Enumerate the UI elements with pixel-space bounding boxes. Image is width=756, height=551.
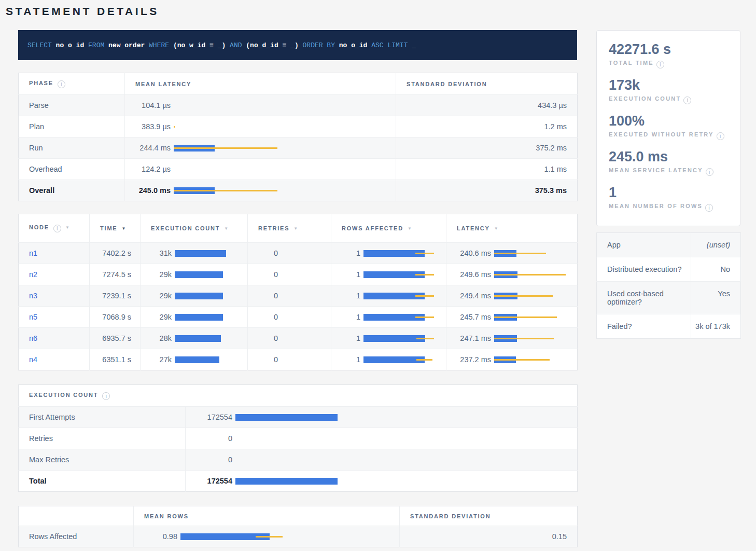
latency-bar	[494, 314, 577, 321]
latency-cell: 249.6 ms	[446, 264, 577, 285]
mean-latency: 244.4 ms	[125, 137, 396, 159]
property-label: Used cost-based optimizer?	[597, 282, 691, 314]
latency: 245.7 ms	[446, 307, 578, 328]
node-column-header[interactable]: NODEi▼	[19, 214, 90, 243]
stddev-bar	[494, 338, 554, 339]
phase-name: Parse	[19, 95, 125, 116]
phase-row: Run244.4 ms375.2 ms	[19, 137, 578, 159]
mean-latency-value: 124.2 µs	[127, 165, 171, 173]
info-icon[interactable]: i	[706, 168, 713, 176]
retries-value: 0	[248, 307, 331, 328]
execution-count-value: 0	[186, 428, 578, 449]
sql-token-kw: LIMIT	[387, 42, 412, 49]
execution-count-value: 172554	[186, 471, 578, 492]
latency: 240.6 ms	[446, 243, 578, 264]
mean-bar	[175, 271, 223, 278]
sort-arrow-icon: ▼	[65, 225, 71, 230]
info-icon[interactable]: i	[102, 392, 110, 400]
execution-count-value: 172554	[186, 407, 578, 428]
node-cell: n5	[19, 307, 90, 328]
rows-affected-value: 1	[333, 334, 360, 342]
stat-execution-count: 173k EXECUTION COUNTi	[609, 77, 730, 104]
mean-bar	[175, 335, 221, 342]
info-icon[interactable]: i	[717, 132, 724, 140]
stddev-bar	[416, 359, 432, 361]
mean-bar	[175, 293, 223, 299]
rows-affected: 1	[331, 285, 446, 307]
retries-count: 0	[250, 270, 278, 279]
execution-count-cell: 29k	[141, 264, 247, 285]
info-icon[interactable]: i	[656, 61, 664, 68]
sql-token-kw: ORDER BY	[303, 42, 339, 49]
execution-count-value: 0	[188, 434, 232, 443]
latency: 249.6 ms	[446, 264, 578, 285]
execution-count-bar	[235, 435, 577, 442]
execution-count-label: First Attempts	[19, 407, 186, 428]
mean-latency-value: 104.1 µs	[127, 101, 171, 109]
node-row: n57068.9 s29k01245.7 ms	[19, 307, 578, 328]
info-icon[interactable]: i	[683, 97, 691, 104]
mean-latency-bar	[174, 123, 396, 130]
mean-rows: 0.98	[134, 526, 400, 547]
latency: 247.1 ms	[446, 328, 578, 349]
execution-count-value: 31k	[143, 249, 172, 257]
node-link[interactable]: n1	[29, 249, 37, 257]
execution-count-value: 29k	[143, 270, 172, 279]
summary-stats-card: 42271.6 s TOTAL TIMEi 173k EXECUTION COU…	[596, 30, 740, 226]
rows-affected-value: 1	[333, 355, 360, 364]
retries-column-header[interactable]: RETRIES▼	[248, 214, 331, 243]
retries-value: 0	[248, 243, 331, 264]
node-link[interactable]: n5	[29, 313, 37, 321]
rows-affected-bar	[363, 250, 446, 257]
latency-column-header[interactable]: LATENCY▼	[446, 214, 578, 243]
rows-affected-label: Rows Affected	[19, 526, 134, 547]
mean-bar	[235, 414, 338, 421]
property-label: Distributed execution?	[597, 257, 691, 282]
mean-rows-value: 0.98	[136, 532, 177, 541]
standard-deviation-column-header: STANDARD DEVIATION	[400, 506, 578, 526]
execution-count-value: 29k	[143, 292, 172, 300]
node-link[interactable]: n4	[29, 355, 37, 364]
node-link[interactable]: n2	[29, 270, 37, 279]
stddev-bar	[415, 253, 434, 254]
sql-token-kw: AND	[230, 42, 246, 49]
rows-affected-cell: 1	[331, 264, 446, 285]
properties-table: App (unset) Distributed execution? No Us…	[596, 232, 741, 339]
execution-count-cell: 0	[186, 449, 577, 470]
execution-count-table: EXECUTION COUNTi First Attempts172554Ret…	[18, 384, 578, 492]
stddev-bar	[494, 253, 546, 254]
sort-arrow-icon: ▼	[121, 226, 127, 231]
mean-latency-value: 383.9 µs	[127, 122, 171, 131]
sql-token-kw: WHERE	[149, 42, 173, 49]
info-icon[interactable]: i	[58, 80, 65, 88]
latency-bar	[494, 335, 577, 342]
execution-count-bar	[235, 457, 577, 463]
info-icon[interactable]: i	[705, 204, 713, 212]
node-row: n37239.1 s29k01249.4 ms	[19, 285, 578, 307]
execution-count-column-header[interactable]: EXECUTION COUNT▼	[141, 214, 248, 243]
mean-latency: 245.0 ms	[125, 180, 396, 201]
rows-affected-value: 1	[333, 270, 360, 279]
sort-arrow-icon: ▼	[293, 226, 299, 231]
retries-value: 0	[248, 285, 331, 307]
node-link[interactable]: n3	[29, 292, 37, 300]
rows-affected-column-header[interactable]: ROWS AFFECTED▼	[331, 214, 446, 243]
latency-bar	[494, 271, 577, 278]
mean-bar	[235, 478, 338, 485]
latency-cell: 237.2 ms	[446, 349, 577, 370]
retries-value: 0	[248, 264, 331, 285]
stddev-bar	[174, 126, 175, 128]
phase-name: Plan	[19, 116, 125, 137]
property-row-distributed-execution: Distributed execution? No	[597, 257, 741, 282]
rows-affected-bar	[363, 271, 446, 278]
mean-latency: 104.1 µs	[125, 95, 396, 116]
node-link[interactable]: n6	[29, 334, 37, 342]
time-column-header[interactable]: TIME▼	[90, 214, 141, 243]
execution-count-value: 172554	[188, 477, 232, 485]
execution-count-row: Max Retries0	[19, 449, 578, 471]
execution-count: 29k	[141, 264, 248, 285]
execution-count-row: Total172554	[19, 471, 578, 492]
latency-value: 245.7 ms	[449, 313, 491, 321]
info-icon[interactable]: i	[53, 225, 61, 232]
latency-value: 249.6 ms	[449, 270, 491, 279]
